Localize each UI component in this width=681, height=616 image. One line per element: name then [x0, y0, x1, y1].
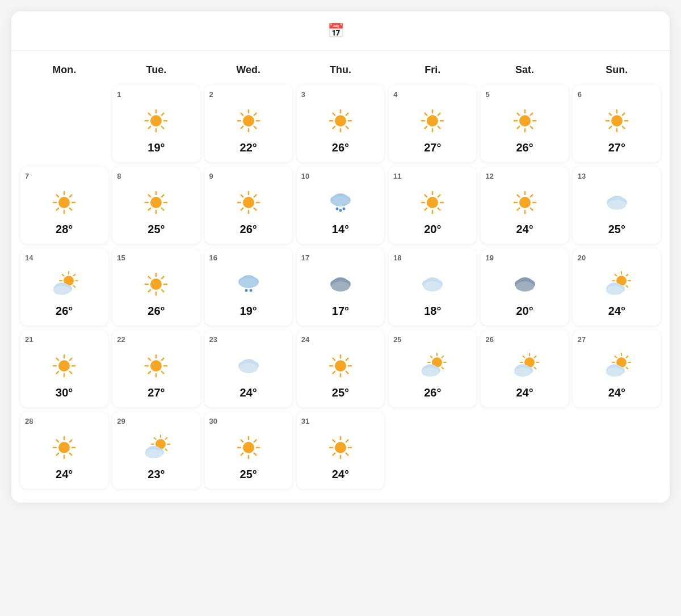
day-cell[interactable]: 13 25° — [573, 167, 661, 244]
day-cell[interactable]: 15 26° — [112, 248, 200, 326]
svg-line-56 — [70, 195, 72, 197]
svg-point-172 — [150, 360, 162, 372]
day-cell[interactable]: 17 17° — [297, 248, 384, 326]
weather-icon-sun — [325, 350, 356, 382]
svg-point-163 — [58, 360, 70, 372]
temperature: 24° — [608, 305, 625, 318]
temperature: 25° — [240, 468, 257, 481]
svg-line-171 — [57, 358, 59, 361]
svg-line-71 — [149, 195, 151, 197]
svg-line-235 — [70, 440, 72, 442]
day-number: 23 — [209, 336, 217, 343]
day-cell[interactable]: 23 24° — [205, 330, 292, 407]
svg-point-184 — [239, 363, 258, 373]
day-cell[interactable]: 10 14° — [297, 167, 384, 244]
svg-point-141 — [331, 281, 350, 292]
svg-line-49 — [623, 126, 625, 129]
calendar-header: 📅 — [11, 11, 670, 50]
svg-line-62 — [57, 195, 59, 197]
svg-line-257 — [254, 440, 257, 442]
svg-point-136 — [245, 289, 247, 292]
svg-line-31 — [438, 126, 440, 129]
day-cell[interactable]: 9 26° — [205, 167, 292, 244]
day-cell[interactable]: 19 20° — [481, 248, 568, 326]
day-cell[interactable]: 28 24° — [20, 412, 108, 489]
svg-line-11 — [254, 113, 257, 116]
svg-line-74 — [254, 195, 257, 197]
day-cell[interactable]: 1 19° — [112, 85, 200, 162]
day-label: Sun. — [573, 60, 661, 81]
svg-line-33 — [425, 126, 427, 129]
temperature: 18° — [424, 305, 441, 318]
temperature: 24° — [608, 386, 625, 399]
weather-icon-partly-cloudy-sun-right — [140, 432, 172, 463]
temperature: 26° — [332, 141, 349, 154]
svg-line-131 — [149, 277, 151, 279]
day-number: 3 — [301, 91, 305, 98]
day-cell[interactable]: 2 22° — [205, 85, 292, 162]
day-label: Thu. — [297, 60, 384, 81]
day-cell[interactable]: 4 27° — [389, 85, 476, 162]
day-cell[interactable]: 30 25° — [205, 412, 292, 489]
day-cell[interactable]: 31 24° — [297, 412, 384, 489]
svg-line-228 — [615, 356, 617, 358]
temperature: 25° — [332, 386, 349, 399]
day-number: 8 — [117, 172, 121, 180]
svg-point-233 — [58, 442, 70, 453]
temperature: 23° — [148, 468, 165, 481]
weather-icon-sun — [48, 187, 80, 218]
day-cell[interactable]: 7 28° — [20, 167, 108, 244]
day-cell[interactable]: 24 25° — [297, 330, 384, 407]
day-cell[interactable]: 8 25° — [112, 167, 200, 244]
svg-line-51 — [609, 126, 611, 129]
svg-line-211 — [534, 368, 536, 369]
day-cell[interactable]: 11 20° — [389, 167, 476, 244]
day-cell[interactable]: 18 18° — [389, 248, 476, 326]
svg-line-99 — [530, 195, 532, 197]
svg-point-145 — [423, 281, 442, 292]
svg-line-244 — [166, 438, 167, 440]
day-cell[interactable]: 20 24° — [573, 248, 661, 326]
temperature: 26° — [424, 386, 441, 399]
day-cell[interactable]: 27 24° — [573, 330, 661, 407]
svg-line-169 — [57, 372, 59, 374]
day-cell[interactable]: 25 26° — [389, 330, 476, 407]
day-cell[interactable]: 22 27° — [112, 330, 200, 407]
svg-line-118 — [62, 275, 64, 276]
svg-point-135 — [239, 278, 258, 288]
svg-line-40 — [530, 126, 532, 129]
weather-icon-sun — [509, 187, 541, 218]
day-cell[interactable]: 3 26° — [297, 85, 384, 162]
day-cell[interactable]: 29 23° — [112, 412, 200, 489]
weather-icon-sun — [325, 432, 356, 463]
day-number: 15 — [117, 254, 125, 261]
temperature: 25° — [148, 223, 165, 236]
weather-icon-partly-cloudy-sun-right — [509, 350, 541, 382]
day-cell[interactable]: 21 30° — [20, 330, 108, 407]
calendar-grid: 1 19°2 22°3 26°4 27°5 26°6 27°7 28°8 25°… — [11, 85, 670, 489]
day-cell[interactable]: 26 24° — [481, 330, 568, 407]
day-cell[interactable]: 12 24° — [481, 167, 568, 244]
day-cell-empty — [389, 412, 476, 489]
day-cell[interactable]: 14 26° — [20, 248, 108, 326]
svg-point-87 — [342, 208, 345, 210]
current-month-display[interactable]: 📅 — [327, 23, 354, 39]
svg-line-129 — [149, 290, 151, 292]
weather-icon-sun — [233, 187, 264, 218]
temperature: 19° — [240, 305, 257, 318]
weather-icon-sun — [325, 105, 356, 137]
svg-line-174 — [162, 358, 164, 361]
weather-icon-rain — [325, 187, 356, 218]
day-number: 18 — [393, 254, 401, 261]
day-number: 1 — [117, 91, 121, 98]
day-cell[interactable]: 6 27° — [573, 85, 661, 162]
svg-line-76 — [254, 208, 257, 210]
weather-icon-sun — [140, 187, 172, 218]
svg-line-103 — [517, 208, 519, 210]
day-number: 14 — [25, 254, 33, 261]
day-cell[interactable]: 5 26° — [481, 85, 568, 162]
svg-line-154 — [626, 286, 628, 288]
weather-icon-cloud — [233, 350, 264, 382]
svg-point-162 — [606, 286, 623, 295]
day-cell[interactable]: 16 19° — [205, 248, 292, 326]
